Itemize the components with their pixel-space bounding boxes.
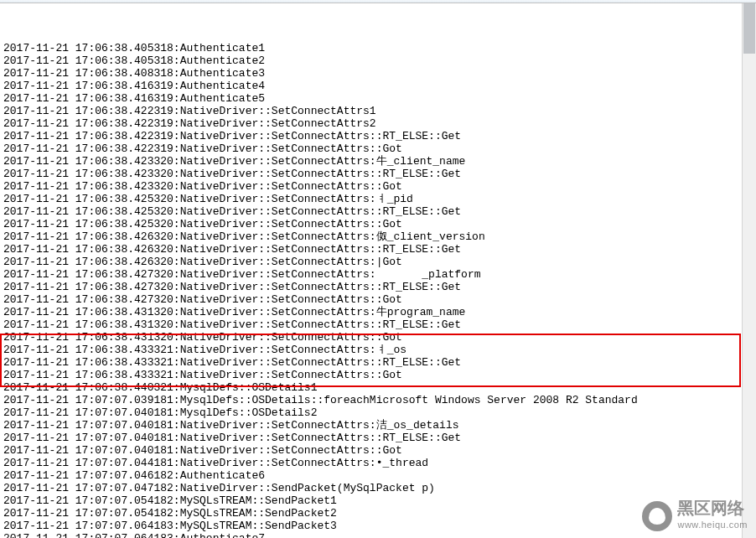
log-line: 2017-11-21 17:07:07.044181:NativeDriver:… bbox=[3, 457, 753, 469]
log-line: 2017-11-21 17:06:38.422319:NativeDriver:… bbox=[3, 117, 753, 130]
log-line: 2017-11-21 17:07:07.054182:MySQLsTREAM::… bbox=[3, 494, 753, 507]
log-line: 2017-11-21 17:06:38.423320:NativeDriver:… bbox=[3, 168, 753, 180]
log-line: 2017-11-21 17:06:38.440321:MysqlDefs::OS… bbox=[3, 381, 753, 394]
log-line: 2017-11-21 17:07:07.054182:MySQLsTREAM::… bbox=[3, 507, 753, 520]
log-line: 2017-11-21 17:06:38.426320:NativeDriver:… bbox=[3, 256, 753, 268]
log-line: 2017-11-21 17:06:38.416319:Authenticate4 bbox=[3, 80, 753, 92]
log-line: 2017-11-21 17:06:38.425320:NativeDriver:… bbox=[3, 193, 753, 205]
log-line: 2017-11-21 17:07:07.040181:NativeDriver:… bbox=[3, 419, 753, 432]
log-line: 2017-11-21 17:06:38.425320:NativeDriver:… bbox=[3, 218, 753, 230]
vertical-scrollbar[interactable] bbox=[742, 3, 756, 538]
scroll-thumb[interactable] bbox=[743, 3, 755, 54]
log-line: 2017-11-21 17:07:07.047182:NativeDirver:… bbox=[3, 482, 753, 494]
log-line: 2017-11-21 17:06:38.433321:NativeDriver:… bbox=[3, 369, 753, 381]
log-line: 2017-11-21 17:07:07.064183:Authenticate7 bbox=[3, 532, 753, 538]
log-line: 2017-11-21 17:06:38.422319:NativeDriver:… bbox=[3, 130, 753, 142]
log-line: 2017-11-21 17:06:38.431320:NativeDriver:… bbox=[3, 331, 753, 344]
log-line: 2017-11-21 17:06:38.433321:NativeDriver:… bbox=[3, 356, 753, 369]
log-line: 2017-11-21 17:06:38.426320:NativeDriver:… bbox=[3, 243, 753, 256]
log-line: 2017-11-21 17:06:38.423320:NativeDriver:… bbox=[3, 155, 753, 168]
log-text-area[interactable]: 2017-11-21 17:06:38.405318:Authenticate1… bbox=[0, 3, 756, 538]
log-line: 2017-11-21 17:07:07.040181:NativeDriver:… bbox=[3, 432, 753, 444]
log-line: 2017-11-21 17:06:38.405318:Authenticate2 bbox=[3, 54, 753, 67]
log-line: 2017-11-21 17:07:07.039181:MysqlDefs::OS… bbox=[3, 394, 753, 406]
log-line: 2017-11-21 17:06:38.427320:NativeDriver:… bbox=[3, 293, 753, 306]
log-line: 2017-11-21 17:06:38.405318:Authenticate1 bbox=[3, 42, 753, 54]
log-line: 2017-11-21 17:06:38.426320:NativeDriver:… bbox=[3, 230, 753, 243]
log-line: 2017-11-21 17:06:38.425320:NativeDriver:… bbox=[3, 205, 753, 218]
log-line: 2017-11-21 17:07:07.040181:NativeDriver:… bbox=[3, 444, 753, 457]
log-line: 2017-11-21 17:06:38.433321:NativeDriver:… bbox=[3, 344, 753, 356]
log-line: 2017-11-21 17:07:07.040181:MysqlDefs::OS… bbox=[3, 406, 753, 419]
log-line: 2017-11-21 17:07:07.046182:Authenticate6 bbox=[3, 469, 753, 482]
mushroom-icon bbox=[642, 501, 672, 531]
log-line: 2017-11-21 17:06:38.431320:NativeDriver:… bbox=[3, 318, 753, 331]
watermark: 黑区网络 www.heiqu.com bbox=[642, 499, 748, 533]
log-line: 2017-11-21 17:06:38.408318:Authenticate3 bbox=[3, 67, 753, 80]
log-line: 2017-11-21 17:06:38.416319:Authenticate5 bbox=[3, 92, 753, 105]
log-line: 2017-11-21 17:06:38.423320:NativeDriver:… bbox=[3, 180, 753, 193]
log-line: 2017-11-21 17:06:38.431320:NativeDriver:… bbox=[3, 306, 753, 318]
watermark-sub: www.heiqu.com bbox=[677, 516, 748, 533]
log-line: 2017-11-21 17:06:38.422319:NativeDriver:… bbox=[3, 105, 753, 117]
log-line: 2017-11-21 17:06:38.422319:NativeDriver:… bbox=[3, 142, 753, 155]
log-line: 2017-11-21 17:06:38.427320:NativeDriver:… bbox=[3, 268, 753, 281]
log-line: 2017-11-21 17:06:38.427320:NativeDriver:… bbox=[3, 281, 753, 293]
watermark-main: 黑区网络 bbox=[677, 499, 748, 516]
log-line: 2017-11-21 17:07:07.064183:MySQLsTREAM::… bbox=[3, 520, 753, 532]
